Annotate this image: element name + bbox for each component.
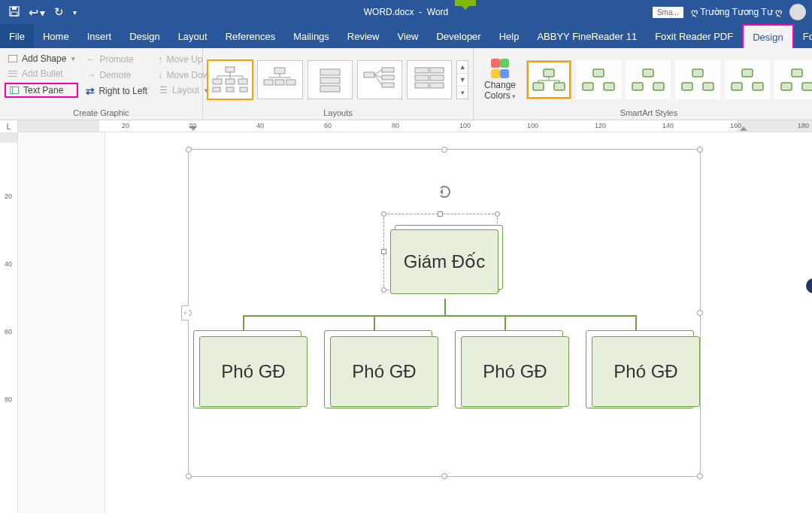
style-option-3[interactable] — [626, 60, 671, 99]
org-node-sub[interactable]: Phó GĐ — [199, 336, 308, 407]
arrow-left-icon: ← — [86, 53, 95, 65]
svg-rect-44 — [593, 69, 604, 77]
style-option-2[interactable] — [576, 60, 621, 99]
layout-option-3[interactable] — [308, 60, 353, 99]
resize-handle[interactable] — [441, 147, 447, 153]
svg-rect-10 — [226, 79, 235, 84]
layout-option-2[interactable] — [257, 60, 302, 99]
svg-rect-50 — [692, 69, 703, 77]
redo-icon[interactable]: ↻ — [54, 5, 64, 19]
svg-rect-46 — [604, 83, 614, 90]
smartart-frame[interactable]: ‹ Giám Đốc Phó GĐ Phó GĐ Phó GĐ — [188, 149, 701, 477]
group-label-smartart-styles: SmartArt Styles — [478, 107, 812, 120]
arrow-right-icon: → — [86, 69, 95, 80]
demote-button: →Demote — [83, 68, 150, 81]
user-avatar[interactable] — [789, 4, 806, 20]
layout-option-4[interactable] — [357, 60, 402, 99]
right-to-left-button[interactable]: ⇄Right to Left — [83, 84, 150, 98]
svg-rect-15 — [274, 68, 285, 74]
tab-home[interactable]: Home — [34, 24, 78, 48]
resize-handle[interactable] — [186, 473, 192, 479]
svg-rect-47 — [643, 69, 653, 77]
svg-rect-16 — [264, 80, 273, 85]
svg-rect-31 — [415, 68, 429, 73]
svg-rect-35 — [415, 83, 429, 88]
style-option-5[interactable] — [725, 60, 770, 99]
tab-help[interactable]: Help — [490, 24, 529, 48]
tab-insert[interactable]: Insert — [78, 24, 121, 48]
layout-icon: ☰ — [158, 85, 168, 96]
user-name[interactable]: ღ Trường Tương Tư ღ — [691, 7, 782, 17]
save-icon[interactable] — [9, 6, 20, 19]
svg-rect-24 — [364, 72, 374, 77]
tab-abbyy[interactable]: ABBYY FineReader 11 — [528, 24, 646, 48]
tab-developer[interactable]: Developer — [427, 24, 489, 48]
layout-option-1[interactable] — [208, 60, 253, 99]
tab-smartart-design[interactable]: Design — [742, 24, 793, 48]
group-layouts: ▲ ▼ ▾ Layouts — [203, 48, 474, 120]
connector — [444, 299, 446, 315]
quick-access-toolbar: ↩▾ ↻ ▾ — [0, 5, 77, 20]
svg-rect-12 — [213, 87, 220, 92]
undo-icon[interactable]: ↩▾ — [29, 5, 45, 20]
gallery-down-icon[interactable]: ▼ — [457, 74, 468, 87]
org-node-sub[interactable]: Phó GĐ — [330, 336, 438, 407]
gallery-more-icon[interactable]: ▾ — [457, 87, 468, 99]
svg-rect-13 — [226, 87, 234, 92]
svg-rect-58 — [802, 83, 812, 90]
resize-handle[interactable] — [697, 310, 703, 316]
layouts-gallery-scroller[interactable]: ▲ ▼ ▾ — [456, 60, 468, 99]
resize-handle[interactable] — [697, 473, 703, 479]
window-title: WORD.docx - Word — [364, 7, 448, 17]
tab-foxit[interactable]: Foxit Reader PDF — [646, 24, 742, 48]
tab-file[interactable]: File — [0, 24, 34, 48]
rotate-handle[interactable] — [438, 186, 450, 198]
resize-handle[interactable] — [697, 147, 703, 153]
layout-option-5[interactable] — [407, 60, 452, 99]
svg-rect-55 — [753, 83, 763, 90]
add-shape-button[interactable]: Add Shape▾ — [5, 53, 78, 65]
tab-review[interactable]: Review — [338, 24, 389, 48]
org-node-sub[interactable]: Phó GĐ — [592, 336, 700, 407]
group-create-graphic: Add Shape▾ Add Bullet Text Pane ←Promote… — [0, 48, 203, 120]
tab-format[interactable]: Format — [794, 24, 812, 48]
tab-references[interactable]: References — [217, 24, 284, 48]
arrow-up-icon: ↑ — [158, 53, 163, 65]
tab-mailings[interactable]: Mailings — [284, 24, 338, 48]
svg-rect-54 — [732, 83, 742, 90]
style-option-4[interactable] — [675, 60, 720, 99]
org-node-top[interactable]: Giám Đốc — [390, 229, 498, 294]
tab-view[interactable]: View — [388, 24, 427, 48]
svg-rect-9 — [213, 79, 222, 84]
resize-handle[interactable] — [441, 473, 447, 479]
tab-layout[interactable]: Layout — [169, 24, 217, 48]
document-area: 20406080 ‹ — [0, 132, 812, 513]
group-label-layouts: Layouts — [208, 107, 468, 120]
svg-rect-57 — [781, 83, 792, 90]
style-option-6[interactable] — [774, 60, 812, 99]
gallery-up-icon[interactable]: ▲ — [457, 61, 468, 74]
text-pane-tab[interactable]: ‹ — [181, 305, 189, 320]
svg-rect-26 — [382, 75, 394, 80]
style-option-1[interactable] — [526, 60, 571, 99]
qat-more-icon[interactable]: ▾ — [73, 8, 77, 17]
text-pane-button[interactable]: Text Pane — [5, 83, 78, 98]
svg-rect-11 — [238, 79, 247, 84]
document-canvas[interactable]: ‹ Giám Đốc Phó GĐ Phó GĐ Phó GĐ — [105, 132, 812, 513]
svg-rect-39 — [554, 83, 565, 90]
change-colors-icon — [489, 59, 511, 78]
org-node-sub[interactable]: Phó GĐ — [461, 336, 569, 407]
ruler-corner[interactable]: L — [0, 120, 18, 132]
horizontal-ruler[interactable]: 2020406080100100120140160180 — [18, 120, 812, 132]
svg-rect-21 — [320, 69, 340, 75]
ribbon-display-button[interactable] — [455, 0, 476, 6]
resize-handle[interactable] — [186, 147, 192, 153]
tab-design[interactable]: Design — [120, 24, 168, 48]
svg-rect-38 — [533, 83, 544, 90]
vertical-ruler[interactable]: 20406080 — [0, 132, 18, 513]
navigation-pane[interactable] — [18, 132, 105, 513]
search-box[interactable]: Sma... — [653, 7, 683, 18]
svg-rect-27 — [382, 83, 394, 87]
group-label-create-graphic: Create Graphic — [5, 107, 198, 120]
change-colors-button[interactable]: Change Colors▾ — [478, 50, 522, 107]
